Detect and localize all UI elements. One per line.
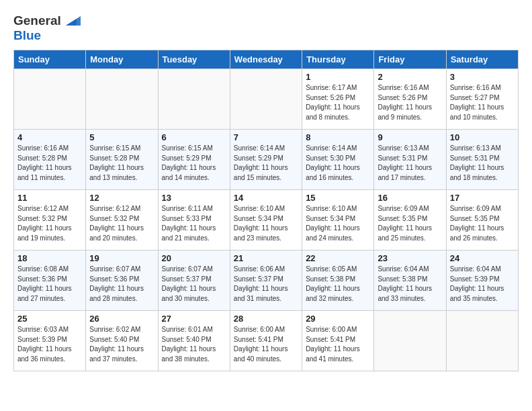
day-info: Sunrise: 6:15 AMSunset: 5:29 PMDaylight:… — [162, 144, 226, 183]
day-info: Sunrise: 6:17 AMSunset: 5:26 PMDaylight:… — [306, 83, 370, 122]
logo-wing-icon — [66, 16, 81, 27]
calendar-week-row: 25Sunrise: 6:03 AMSunset: 5:39 PMDayligh… — [14, 311, 519, 371]
day-info: Sunrise: 6:13 AMSunset: 5:31 PMDaylight:… — [450, 144, 515, 183]
calendar-day-cell: 15Sunrise: 6:10 AMSunset: 5:34 PMDayligh… — [302, 190, 374, 250]
calendar-header-wednesday: Wednesday — [230, 50, 302, 69]
day-number: 27 — [162, 314, 226, 324]
calendar-day-cell: 19Sunrise: 6:07 AMSunset: 5:36 PMDayligh… — [86, 250, 158, 311]
calendar-day-cell: 6Sunrise: 6:15 AMSunset: 5:29 PMDaylight… — [158, 130, 230, 190]
calendar-header-sunday: Sunday — [14, 50, 86, 69]
day-info: Sunrise: 6:16 AMSunset: 5:26 PMDaylight:… — [378, 83, 442, 122]
day-info: Sunrise: 6:09 AMSunset: 5:35 PMDaylight:… — [378, 204, 442, 243]
calendar-day-cell: 21Sunrise: 6:06 AMSunset: 5:37 PMDayligh… — [230, 250, 302, 311]
day-info: Sunrise: 6:11 AMSunset: 5:33 PMDaylight:… — [162, 204, 226, 243]
page-header: General Blue — [13, 13, 519, 43]
calendar-day-cell: 23Sunrise: 6:04 AMSunset: 5:38 PMDayligh… — [374, 250, 446, 311]
calendar-week-row: 18Sunrise: 6:08 AMSunset: 5:36 PMDayligh… — [14, 250, 519, 311]
day-info: Sunrise: 6:14 AMSunset: 5:29 PMDaylight:… — [234, 144, 298, 183]
day-info: Sunrise: 6:15 AMSunset: 5:28 PMDaylight:… — [89, 144, 154, 183]
logo: General Blue — [13, 13, 81, 43]
calendar-day-cell: 25Sunrise: 6:03 AMSunset: 5:39 PMDayligh… — [14, 311, 86, 371]
calendar-header-thursday: Thursday — [302, 50, 374, 69]
day-number: 23 — [378, 253, 442, 263]
calendar-day-cell — [374, 311, 446, 371]
day-info: Sunrise: 6:00 AMSunset: 5:41 PMDaylight:… — [234, 325, 298, 364]
calendar-day-cell: 12Sunrise: 6:12 AMSunset: 5:32 PMDayligh… — [86, 190, 158, 250]
day-number: 11 — [17, 193, 82, 203]
calendar-week-row: 1Sunrise: 6:17 AMSunset: 5:26 PMDaylight… — [14, 69, 519, 130]
day-number: 20 — [162, 253, 226, 263]
calendar-header-monday: Monday — [86, 50, 158, 69]
calendar-day-cell: 5Sunrise: 6:15 AMSunset: 5:28 PMDaylight… — [86, 130, 158, 190]
calendar-day-cell: 10Sunrise: 6:13 AMSunset: 5:31 PMDayligh… — [446, 130, 518, 190]
calendar-day-cell: 8Sunrise: 6:14 AMSunset: 5:30 PMDaylight… — [302, 130, 374, 190]
day-info: Sunrise: 6:06 AMSunset: 5:37 PMDaylight:… — [234, 265, 298, 304]
day-number: 24 — [450, 253, 515, 263]
calendar-day-cell: 4Sunrise: 6:16 AMSunset: 5:28 PMDaylight… — [14, 130, 86, 190]
calendar-day-cell: 7Sunrise: 6:14 AMSunset: 5:29 PMDaylight… — [230, 130, 302, 190]
day-number: 28 — [234, 314, 298, 324]
day-info: Sunrise: 6:03 AMSunset: 5:39 PMDaylight:… — [17, 325, 82, 364]
calendar-day-cell: 22Sunrise: 6:05 AMSunset: 5:38 PMDayligh… — [302, 250, 374, 311]
calendar-day-cell: 2Sunrise: 6:16 AMSunset: 5:26 PMDaylight… — [374, 69, 446, 130]
calendar-day-cell: 28Sunrise: 6:00 AMSunset: 5:41 PMDayligh… — [230, 311, 302, 371]
calendar-day-cell: 29Sunrise: 6:00 AMSunset: 5:41 PMDayligh… — [302, 311, 374, 371]
day-number: 10 — [450, 132, 515, 142]
day-info: Sunrise: 6:10 AMSunset: 5:34 PMDaylight:… — [234, 204, 298, 243]
day-number: 13 — [162, 193, 226, 203]
day-number: 17 — [450, 193, 515, 203]
calendar-day-cell: 9Sunrise: 6:13 AMSunset: 5:31 PMDaylight… — [374, 130, 446, 190]
day-number: 22 — [306, 253, 370, 263]
day-info: Sunrise: 6:08 AMSunset: 5:36 PMDaylight:… — [17, 265, 82, 304]
calendar-day-cell: 27Sunrise: 6:01 AMSunset: 5:40 PMDayligh… — [158, 311, 230, 371]
calendar-day-cell — [158, 69, 230, 130]
calendar-day-cell — [86, 69, 158, 130]
calendar-day-cell: 18Sunrise: 6:08 AMSunset: 5:36 PMDayligh… — [14, 250, 86, 311]
day-number: 2 — [378, 72, 442, 82]
day-number: 4 — [17, 132, 82, 142]
calendar-table: SundayMondayTuesdayWednesdayThursdayFrid… — [13, 50, 519, 371]
day-info: Sunrise: 6:16 AMSunset: 5:27 PMDaylight:… — [450, 83, 515, 122]
day-number: 14 — [234, 193, 298, 203]
day-number: 12 — [89, 193, 154, 203]
day-number: 16 — [378, 193, 442, 203]
logo-blue: Blue — [13, 28, 81, 43]
day-info: Sunrise: 6:04 AMSunset: 5:38 PMDaylight:… — [378, 265, 442, 304]
day-number: 25 — [17, 314, 82, 324]
day-info: Sunrise: 6:09 AMSunset: 5:35 PMDaylight:… — [450, 204, 515, 243]
calendar-week-row: 11Sunrise: 6:12 AMSunset: 5:32 PMDayligh… — [14, 190, 519, 250]
day-number: 29 — [306, 314, 370, 324]
calendar-day-cell — [14, 69, 86, 130]
calendar-week-row: 4Sunrise: 6:16 AMSunset: 5:28 PMDaylight… — [14, 130, 519, 190]
calendar-day-cell: 17Sunrise: 6:09 AMSunset: 5:35 PMDayligh… — [446, 190, 518, 250]
day-info: Sunrise: 6:10 AMSunset: 5:34 PMDaylight:… — [306, 204, 370, 243]
calendar-day-cell: 16Sunrise: 6:09 AMSunset: 5:35 PMDayligh… — [374, 190, 446, 250]
calendar-day-cell: 24Sunrise: 6:04 AMSunset: 5:39 PMDayligh… — [446, 250, 518, 311]
day-info: Sunrise: 6:01 AMSunset: 5:40 PMDaylight:… — [162, 325, 226, 364]
calendar-header-saturday: Saturday — [446, 50, 518, 69]
calendar-header-row: SundayMondayTuesdayWednesdayThursdayFrid… — [14, 50, 519, 69]
day-number: 6 — [162, 132, 226, 142]
day-info: Sunrise: 6:12 AMSunset: 5:32 PMDaylight:… — [89, 204, 154, 243]
day-number: 8 — [306, 132, 370, 142]
day-number: 15 — [306, 193, 370, 203]
calendar-header-friday: Friday — [374, 50, 446, 69]
day-info: Sunrise: 6:13 AMSunset: 5:31 PMDaylight:… — [378, 144, 442, 183]
calendar-day-cell: 3Sunrise: 6:16 AMSunset: 5:27 PMDaylight… — [446, 69, 518, 130]
day-info: Sunrise: 6:07 AMSunset: 5:37 PMDaylight:… — [162, 265, 226, 304]
calendar-day-cell: 20Sunrise: 6:07 AMSunset: 5:37 PMDayligh… — [158, 250, 230, 311]
day-info: Sunrise: 6:16 AMSunset: 5:28 PMDaylight:… — [17, 144, 82, 183]
day-info: Sunrise: 6:14 AMSunset: 5:30 PMDaylight:… — [306, 144, 370, 183]
calendar-day-cell — [230, 69, 302, 130]
calendar-day-cell — [446, 311, 518, 371]
day-number: 3 — [450, 72, 515, 82]
calendar-day-cell: 14Sunrise: 6:10 AMSunset: 5:34 PMDayligh… — [230, 190, 302, 250]
day-info: Sunrise: 6:00 AMSunset: 5:41 PMDaylight:… — [306, 325, 370, 364]
day-info: Sunrise: 6:04 AMSunset: 5:39 PMDaylight:… — [450, 265, 515, 304]
day-number: 26 — [89, 314, 154, 324]
day-number: 21 — [234, 253, 298, 263]
day-number: 9 — [378, 132, 442, 142]
logo-general: General — [13, 13, 81, 28]
day-number: 5 — [89, 132, 154, 142]
day-info: Sunrise: 6:05 AMSunset: 5:38 PMDaylight:… — [306, 265, 370, 304]
